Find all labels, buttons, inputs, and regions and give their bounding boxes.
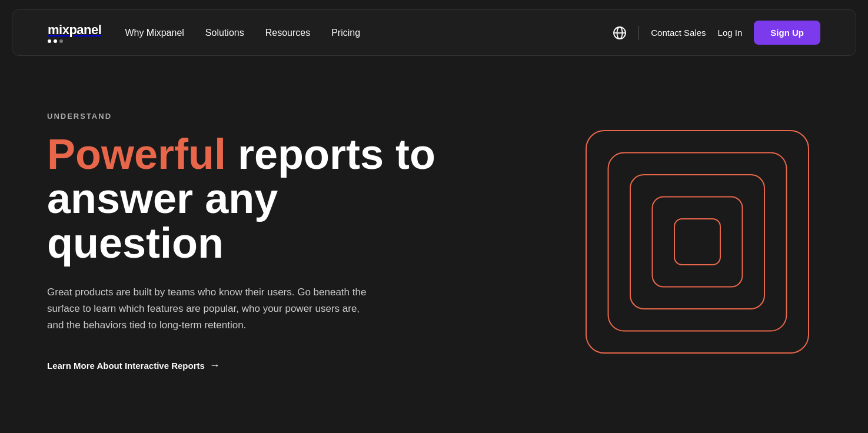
nav-right: Contact Sales Log In Sign Up <box>613 21 820 45</box>
nav-links: Why Mixpanel Solutions Resources Pricing <box>125 28 360 38</box>
logo-dot-3 <box>59 39 63 43</box>
logo-dots <box>48 39 63 43</box>
hero-cta-link[interactable]: Learn More About Interactive Reports → <box>47 359 220 372</box>
square-5 <box>674 218 721 265</box>
hero-content: UNDERSTAND Powerful reports to answer an… <box>47 112 459 372</box>
log-in-link[interactable]: Log In <box>718 28 743 38</box>
logo-dot-2 <box>54 39 57 43</box>
nav-link-resources[interactable]: Resources <box>265 28 310 38</box>
logo-dot-1 <box>48 39 51 43</box>
navbar: mixpanel Why Mixpanel Solutions Resource… <box>12 9 856 56</box>
sign-up-button[interactable]: Sign Up <box>754 21 820 45</box>
nav-left: mixpanel Why Mixpanel Solutions Resource… <box>48 22 360 43</box>
hero-description: Great products are built by teams who kn… <box>47 284 377 334</box>
nav-divider <box>638 26 639 40</box>
nav-link-pricing[interactable]: Pricing <box>331 28 360 38</box>
logo[interactable]: mixpanel <box>48 22 101 43</box>
nav-link-solutions[interactable]: Solutions <box>205 28 244 38</box>
hero-graphic <box>574 118 821 365</box>
hero-heading-highlight: Powerful <box>47 131 226 178</box>
hero-eyebrow: UNDERSTAND <box>47 112 459 121</box>
hero-heading: Powerful reports to answer any question <box>47 132 459 266</box>
hero-cta-arrow: → <box>209 359 220 372</box>
nav-link-why-mixpanel[interactable]: Why Mixpanel <box>125 28 184 38</box>
logo-text: mixpanel <box>48 22 101 38</box>
contact-sales-link[interactable]: Contact Sales <box>651 28 706 38</box>
concentric-squares <box>586 130 809 354</box>
hero-cta-text: Learn More About Interactive Reports <box>47 361 205 371</box>
hero-section: UNDERSTAND Powerful reports to answer an… <box>0 65 868 407</box>
globe-icon[interactable] <box>613 26 627 40</box>
